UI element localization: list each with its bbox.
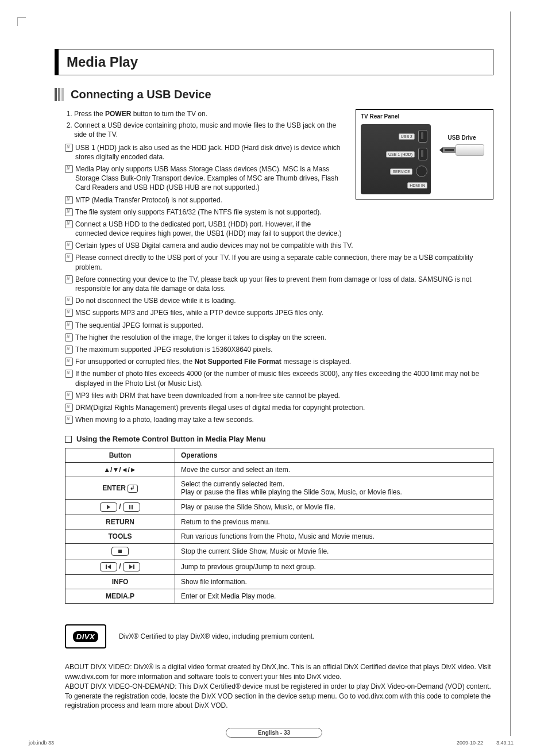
button-cell [65,544,175,559]
th-operations: Operations [175,448,493,463]
port-label: USB 2 [399,133,415,140]
note-item: For unsupported or corrupted files, the … [65,357,493,366]
page-title: Media Play [67,54,485,70]
note-item: The sequential JPEG format is supported. [65,321,493,330]
table-row: / Play or pause the Slide Show, Music, o… [65,500,493,515]
operation-cell: Move the cursor and select an item. [175,463,493,477]
button-cell: INFO [65,575,175,589]
table-row: MEDIA.PEnter or Exit Media Play mode. [65,589,493,604]
button-cell: / [65,500,175,515]
note-item: If the number of photo files exceeds 400… [65,369,493,387]
note-item: The file system only supports FAT16/32 (… [65,208,493,217]
note-item: MTP (Media Transfer Protocol) is not sup… [65,195,493,205]
table-row: TOOLSRun various functions from the Phot… [65,529,493,544]
pause-icon [123,502,140,512]
divx-about-1: ABOUT DIVX VIDEO: DivX® is a digital vid… [65,662,491,682]
heading-bars-icon [55,88,65,101]
note-item: MP3 files with DRM that have been downlo… [65,391,493,400]
notes-list: USB 1 (HDD) jack is also used as the HDD… [55,143,493,425]
operation-cell: Run various functions from the Photo, Mu… [175,529,493,544]
crop-vertical-icon [510,11,511,736]
button-cell: RETURN [65,515,175,529]
usb-drive-label: USB Drive [448,135,476,141]
crop-mark-icon [17,17,26,26]
operation-cell: Enter or Exit Media Play mode. [175,589,493,604]
operation-cell: Jump to previous group/Jump to next grou… [175,559,493,575]
stop-icon [111,547,129,556]
meta-right: 2009-10-22 3:49:11 [457,740,514,746]
note-item: The higher the resolution of the image, … [65,333,493,342]
note-item: DRM(Digital Rights Management) prevents … [65,403,493,412]
note-item: Connect a USB HDD to the dedicated port,… [65,220,493,238]
divx-certified-text: DivX® Certified to play DivX® video, inc… [119,632,315,640]
section-title: Connecting a USB Device [71,88,211,101]
button-cell: ENTER [65,477,175,500]
note-item: MSC supports MP3 and JPEG files, while a… [65,308,493,317]
table-row: / Jump to previous group/Jump to next gr… [65,559,493,575]
page-number-pill: English - 33 [226,728,322,738]
operation-cell: Stop the current Slide Show, Music or Mo… [175,544,493,559]
button-cell: TOOLS [65,529,175,544]
note-item: Please connect directly to the USB port … [65,253,493,271]
operation-cell: Select the currently selected item.Play … [175,477,493,500]
table-row: Stop the current Slide Show, Music or Mo… [65,544,493,559]
button-cell: / [65,559,175,575]
usb-port-icon [418,130,427,143]
panel-title: TV Rear Panel [356,110,493,120]
note-item: The maximum supported JPEG resolution is… [65,345,493,354]
operation-cell: Return to the previous menu. [175,515,493,529]
note-item: Certain types of USB Digital camera and … [65,241,493,250]
table-heading: Using the Remote Control Button in Media… [65,435,493,443]
th-button: Button [65,448,175,463]
square-bullet-icon [65,436,72,443]
table-row: ▲/▼/◄/►Move the cursor and select an ite… [65,463,493,477]
operation-cell: Show file information. [175,575,493,589]
button-cell: ▲/▼/◄/► [65,463,175,477]
divx-logo-icon: DIVX [65,624,106,648]
divx-row: DIVX DivX® Certified to play DivX® video… [65,624,493,648]
play-icon [100,502,117,512]
note-item: Media Play only supports USB Mass Storag… [65,164,493,193]
table-row: INFOShow file information. [65,575,493,589]
table-row: ENTERSelect the currently selected item.… [65,477,493,500]
enter-icon [128,485,138,493]
meta-left: job.indb 33 [29,740,54,746]
page-title-box: Media Play [55,49,493,75]
table-row: RETURNReturn to the previous menu. [65,515,493,529]
button-cell: MEDIA.P [65,589,175,604]
note-item: When moving to a photo, loading may take… [65,415,493,424]
operation-cell: Play or pause the Slide Show, Music, or … [175,500,493,515]
next-icon [123,562,140,571]
table-heading-text: Using the Remote Control Button in Media… [76,435,265,443]
remote-control-table: Button Operations ▲/▼/◄/►Move the cursor… [65,448,493,604]
note-item: USB 1 (HDD) jack is also used as the HDD… [65,143,493,162]
section-heading: Connecting a USB Device [55,88,493,101]
prev-icon [100,562,117,571]
divx-about-2: ABOUT DIVX VIDEO-ON-DEMAND: This DivX Ce… [65,682,491,711]
note-item: Before connecting your device to the TV,… [65,275,493,293]
note-item: Do not disconnect the USB device while i… [65,296,493,305]
print-meta: job.indb 33 2009-10-22 3:49:11 [29,740,514,746]
